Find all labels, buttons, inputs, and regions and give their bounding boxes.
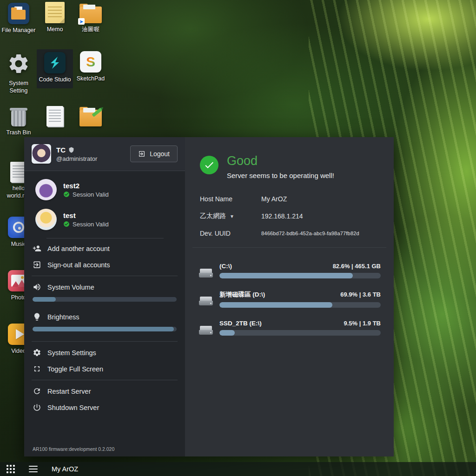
server-status-panel: Good Server seems to be operating well! … — [185, 137, 394, 456]
account-avatar — [35, 209, 57, 230]
menu-label: Add another account — [47, 245, 110, 252]
shutdown-server-item[interactable]: Shutdown Server — [24, 399, 185, 416]
desktop-icon-shared-folder[interactable]: ➤ 油圖喔 — [73, 3, 109, 33]
signout-icon — [33, 260, 41, 269]
system-settings-item[interactable]: System Settings — [24, 344, 185, 361]
add-account-item[interactable]: Add another account — [24, 240, 185, 257]
bulb-icon — [33, 312, 41, 321]
brightness-slider-fill — [33, 327, 174, 331]
sketchpad-icon: S — [80, 51, 101, 73]
user-menu: TC @administrator Logout test2 — [24, 137, 185, 456]
firmware-version: AR100 firmware:development 0.2.020 — [24, 443, 185, 456]
icon-label: System Setting — [0, 80, 37, 94]
status-subtitle: Server seems to be operating well! — [227, 172, 334, 179]
taskbar: My ArOZ — [0, 462, 476, 476]
taskbar-title: My ArOZ — [52, 465, 78, 473]
ip-address-value: 192.168.1.214 — [261, 212, 303, 220]
check-circle-icon — [63, 191, 70, 198]
drive-icon — [199, 297, 213, 306]
user-name: TC — [56, 146, 66, 154]
logout-button[interactable]: Logout — [130, 145, 178, 162]
desktop-icon-trash-bin[interactable]: Trash Bin — [0, 105, 37, 137]
uuid-label: Dev. UUID — [200, 230, 231, 237]
folder-edit-icon — [79, 110, 102, 126]
toggle-fullscreen-item[interactable]: Toggle Full Screen — [24, 361, 185, 377]
menu-label: Shutdown Server — [47, 404, 99, 411]
disk-usage: 9.5% | 1.9 TB — [344, 320, 381, 327]
disk-row-d: 新增磁碟區 (D:\) 69.9% | 3.6 TB — [198, 291, 381, 308]
shortcut-arrow-icon: ➤ — [78, 18, 85, 25]
volume-slider[interactable] — [33, 297, 177, 302]
play-icon — [16, 329, 24, 339]
disk-usage: 82.6% | 465.1 GB — [333, 263, 381, 270]
file-manager-icon — [8, 3, 29, 24]
speaker-icon — [33, 283, 41, 291]
disk-name: (C:\) — [219, 263, 232, 270]
power-icon — [33, 403, 41, 412]
logout-label: Logout — [150, 150, 170, 158]
gear-icon — [7, 52, 30, 77]
restart-icon — [33, 387, 41, 396]
host-name-row: Host Name My ArOZ — [200, 191, 379, 207]
person-add-icon — [33, 244, 41, 253]
menu-label: Sign-out all accounts — [47, 261, 110, 269]
desktop-icon-folder-edit[interactable] — [73, 106, 109, 129]
menu-label: Toggle Full Screen — [47, 365, 103, 373]
icon-label: 油圖喔 — [82, 26, 99, 33]
logout-icon — [138, 150, 145, 158]
account-row-test[interactable]: test Session Valid — [24, 205, 185, 234]
network-row: 乙太網路 ▼ 192.168.1.214 — [200, 207, 379, 225]
fullscreen-icon — [33, 364, 41, 373]
trash-icon — [10, 108, 27, 126]
disk-usage-fill — [219, 330, 235, 336]
code-studio-icon — [44, 52, 66, 73]
uuid-row: Dev. UUID 8466bd72-bdb6-452a-abc9-fa98a7… — [200, 225, 379, 242]
shield-icon — [68, 147, 74, 153]
uuid-value: 8466bd72-bdb6-452a-abc9-fa98a77fb82d — [261, 231, 359, 236]
desktop-icon-code-studio[interactable]: Code Studio — [37, 49, 73, 88]
document-icon — [46, 106, 63, 126]
drive-icon — [199, 269, 213, 278]
desktop-icon-file-manager[interactable]: File Manager — [0, 3, 37, 34]
status-title: Good — [227, 154, 334, 168]
desktop-icon-documents[interactable] — [37, 106, 73, 129]
menu-label: System Volume — [47, 284, 94, 291]
restart-server-item[interactable]: Restart Server — [24, 383, 185, 399]
brightness-slider[interactable] — [33, 327, 177, 331]
session-status: Session Valid — [73, 191, 109, 198]
icon-label: Code Studio — [39, 76, 71, 84]
session-status: Session Valid — [73, 221, 109, 228]
desktop-icon-memo[interactable]: Memo — [37, 2, 73, 33]
signout-all-item[interactable]: Sign-out all accounts — [24, 257, 185, 273]
desktop-icon-sketchpad[interactable]: S SketchPad — [73, 51, 109, 83]
check-circle-icon — [63, 221, 70, 227]
disk-usage-bar — [219, 302, 381, 308]
disk-name: 新增磁碟區 (D:\) — [219, 291, 265, 299]
status-check-icon — [200, 156, 218, 174]
app-grid-button[interactable] — [7, 465, 15, 473]
desktop-icon-system-setting[interactable]: System Setting — [0, 52, 37, 94]
volume-slider-fill — [33, 297, 56, 302]
disk-usage-bar — [219, 273, 381, 278]
account-row-test2[interactable]: test2 Session Valid — [24, 175, 185, 205]
account-avatar — [35, 179, 57, 200]
disk-usage-fill — [219, 302, 332, 308]
memo-icon — [45, 2, 65, 23]
menu-label: Restart Server — [47, 388, 91, 395]
user-handle: @administrator — [56, 155, 125, 162]
menu-label: Brightness — [47, 313, 79, 321]
system-volume-item: System Volume — [24, 279, 185, 295]
drive-icon — [199, 326, 213, 335]
menu-button[interactable] — [29, 466, 38, 472]
disk-name: SSD_2TB (E:\) — [219, 320, 262, 327]
disk-usage: 69.9% | 3.6 TB — [340, 291, 381, 298]
disk-usage-fill — [219, 273, 353, 278]
account-name: test2 — [63, 182, 109, 190]
network-select[interactable]: 乙太網路 ▼ — [200, 212, 261, 220]
chevron-down-icon: ▼ — [230, 214, 234, 219]
disk-usage-bar — [219, 330, 381, 336]
user-status-panel: TC @administrator Logout test2 — [24, 137, 394, 456]
user-avatar — [32, 144, 51, 164]
icon-label: SketchPad — [77, 75, 105, 83]
host-name-value: My ArOZ — [261, 195, 287, 203]
